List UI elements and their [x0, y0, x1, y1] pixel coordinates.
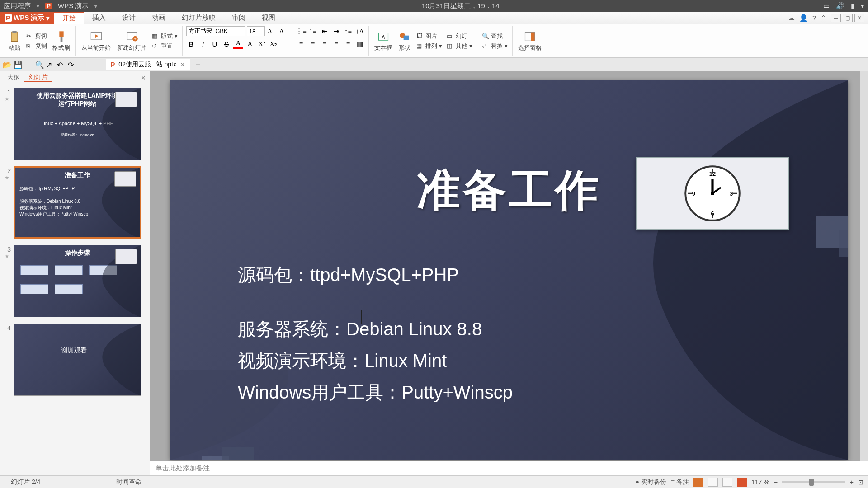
close-panel-icon[interactable]: ✕	[141, 74, 146, 81]
replace-button[interactable]: ⇄替换 ▾	[481, 42, 509, 51]
print-icon[interactable]: 🖨	[24, 61, 33, 69]
open-icon[interactable]: 📂	[3, 61, 11, 69]
columns-button[interactable]: ▥	[355, 39, 365, 49]
textbox-button[interactable]: A 文本框	[373, 29, 394, 53]
align-right-button[interactable]: ≡	[320, 39, 330, 49]
thumb-number: 3	[5, 245, 11, 253]
cut-button[interactable]: ✂剪切	[25, 32, 48, 41]
undo-icon[interactable]: ↶	[57, 61, 65, 69]
shape-icon	[398, 30, 411, 43]
slideshow-small-button[interactable]: ▭幻灯	[446, 32, 473, 41]
outline-tab[interactable]: 大纲	[3, 74, 24, 82]
line-spacing-button[interactable]: ↕≡	[343, 26, 353, 36]
superscript-button[interactable]: X²	[257, 39, 267, 49]
svg-text:6: 6	[711, 210, 714, 217]
slide-title[interactable]: 准备工作	[417, 162, 601, 221]
reset-button[interactable]: ↺重置	[151, 42, 179, 51]
tab-animation[interactable]: 动画	[144, 12, 174, 24]
layout-button[interactable]: ▦版式 ▾	[151, 32, 179, 41]
redo-icon[interactable]: ↷	[68, 61, 76, 69]
reading-view-button[interactable]	[722, 478, 732, 487]
power-icon[interactable]: ▾	[861, 2, 864, 10]
font-size-input[interactable]	[247, 26, 265, 36]
new-slide-button[interactable]: + 新建幻灯片	[115, 29, 148, 53]
tab-view[interactable]: 视图	[254, 12, 283, 24]
bold-button[interactable]: B	[186, 39, 196, 49]
italic-button[interactable]: I	[198, 39, 208, 49]
sorter-view-button[interactable]	[708, 478, 718, 487]
fit-button[interactable]: ⊡	[858, 479, 863, 486]
picture-button[interactable]: 🖼图片	[415, 32, 443, 41]
user-icon[interactable]: 👤	[799, 14, 808, 22]
close-tab-icon[interactable]: ✕	[180, 61, 185, 68]
align-justify-button[interactable]: ≡	[331, 39, 341, 49]
document-tab[interactable]: P 02使用云服...站.pptx ✕	[106, 59, 190, 70]
from-current-button[interactable]: 从当前开始	[80, 29, 113, 53]
text-direction-button[interactable]: ↓A	[355, 26, 365, 36]
print-preview-icon[interactable]: 🔍	[35, 61, 43, 69]
align-center-button[interactable]: ≡	[308, 39, 318, 49]
slide-thumb-2[interactable]: 准备工作 源码包：ttpd+MySQL+PHP 服务器系统：Debian Lin…	[14, 166, 141, 239]
tab-slideshow[interactable]: 幻灯片放映	[174, 12, 224, 24]
battery-icon[interactable]: ▮	[851, 2, 854, 10]
zoom-value[interactable]: 117 %	[751, 479, 769, 486]
apps-menu[interactable]: 应用程序	[4, 2, 31, 10]
subscript-button[interactable]: X₂	[269, 39, 278, 49]
tab-design[interactable]: 设计	[114, 12, 144, 24]
notes-toggle[interactable]: ≡ 备注	[671, 478, 689, 486]
maximize-button[interactable]: ▢	[843, 14, 853, 22]
backup-status[interactable]: ● 实时备份	[636, 478, 666, 486]
vertical-scrollbar[interactable]	[860, 71, 868, 461]
clock-image[interactable]: 12 3 6 9	[636, 157, 789, 230]
font-name-input[interactable]	[186, 26, 245, 36]
find-button[interactable]: 🔍查找	[481, 32, 509, 41]
numbering-button[interactable]: 1≡	[308, 26, 318, 36]
zoom-slider[interactable]	[782, 481, 845, 483]
help-icon[interactable]: ?	[812, 14, 816, 22]
tab-review[interactable]: 审阅	[224, 12, 254, 24]
indent-dec-button[interactable]: ⇤	[320, 26, 330, 36]
textbox-icon: A	[377, 30, 390, 43]
wps-taskbar-icon[interactable]: P	[45, 3, 52, 9]
slide-thumb-1[interactable]: 使用云服务器搭建LAMP环境 运行PHP网站 Linux + Apache + …	[14, 88, 141, 160]
tab-insert[interactable]: 插入	[84, 12, 114, 24]
shape-button[interactable]: 形状	[396, 29, 413, 53]
zoom-out-button[interactable]: −	[774, 479, 778, 486]
minimize-button[interactable]: ─	[831, 14, 841, 22]
decrease-font-button[interactable]: A⁻	[278, 26, 288, 36]
bullets-button[interactable]: ⋮≡	[296, 26, 306, 36]
highlight-button[interactable]: A	[245, 39, 255, 49]
other-button[interactable]: ◫其他 ▾	[446, 42, 473, 51]
notes-area[interactable]: 单击此处添加备注	[150, 461, 868, 475]
app-logo[interactable]: P WPS 演示 ▾	[0, 12, 54, 24]
align-distribute-button[interactable]: ≡	[343, 39, 353, 49]
cloud-icon[interactable]: ☁	[788, 14, 795, 22]
slideshow-view-button[interactable]	[737, 478, 747, 487]
select-pane-button[interactable]: 选择窗格	[516, 29, 543, 53]
collapse-ribbon-icon[interactable]: ⌃	[821, 14, 826, 22]
underline-button[interactable]: U	[210, 39, 220, 49]
close-button[interactable]: ✕	[854, 14, 864, 22]
tab-start[interactable]: 开始	[54, 12, 84, 24]
zoom-in-button[interactable]: +	[850, 479, 854, 486]
indent-inc-button[interactable]: ⇥	[331, 26, 341, 36]
volume-icon[interactable]: 🔊	[836, 2, 844, 10]
slide-canvas[interactable]: 准备工作 12 3 6 9	[170, 80, 848, 460]
strike-button[interactable]: S	[222, 39, 231, 49]
network-icon[interactable]: ▭	[823, 2, 830, 10]
slide-thumb-4[interactable]: 谢谢观看！	[14, 324, 141, 396]
align-left-button[interactable]: ≡	[296, 39, 306, 49]
paste-button[interactable]: 粘贴	[6, 29, 23, 53]
new-tab-button[interactable]: +	[193, 60, 203, 70]
copy-button[interactable]: ⎘复制	[25, 42, 48, 51]
normal-view-button[interactable]	[693, 478, 703, 487]
format-painter-button[interactable]: 格式刷	[51, 29, 72, 53]
save-icon[interactable]: 💾	[14, 61, 22, 69]
slide-body-text[interactable]: 源码包：ttpd+MySQL+PHP 服务器系统：Debian Linux 8.…	[238, 261, 513, 410]
arrange-button[interactable]: ▦排列 ▾	[415, 42, 443, 51]
font-color-button[interactable]: A	[233, 39, 243, 49]
thumbnails-tab[interactable]: 幻灯片	[24, 73, 52, 82]
export-icon[interactable]: ↗	[46, 61, 54, 69]
increase-font-button[interactable]: A⁺	[267, 26, 277, 36]
slide-thumb-3[interactable]: 操作步骤	[14, 245, 141, 317]
